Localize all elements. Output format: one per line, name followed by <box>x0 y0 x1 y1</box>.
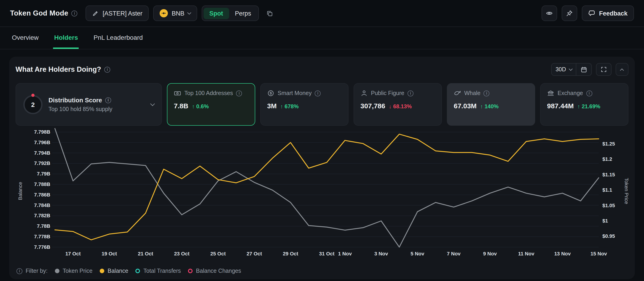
spot-tab[interactable]: Spot <box>203 7 229 19</box>
card-public-figure[interactable]: Public Figure 307,786 ↓ 68.13% <box>354 83 442 126</box>
perps-tab[interactable]: Perps <box>229 7 257 19</box>
card-title: Exchange <box>558 90 583 96</box>
filter-option-label: Total Transfers <box>144 268 181 274</box>
chain-selector-button[interactable]: BNB <box>154 5 197 21</box>
card-change: ↑ 0.6% <box>192 103 208 110</box>
page-content: What Are Holders Doing? 30D <box>0 49 644 279</box>
distribution-score-gauge: 2 <box>23 95 42 114</box>
legend-dot <box>136 269 140 273</box>
filter-option-token-price[interactable]: Token Price <box>55 268 92 274</box>
svg-text:Token Price: Token Price <box>624 178 628 204</box>
card-whale[interactable]: Whale 67.03M ↑ 140% <box>447 83 535 126</box>
feedback-button[interactable]: Feedback <box>582 5 634 21</box>
holders-chart[interactable]: 7.798B7.796B7.794B7.792B7.79B7.788B7.786… <box>16 127 628 262</box>
info-icon[interactable] <box>105 97 111 103</box>
app-title-info-icon[interactable] <box>72 10 78 16</box>
info-icon[interactable] <box>236 90 242 96</box>
copy-address-button[interactable] <box>264 5 276 21</box>
info-icon[interactable] <box>408 90 414 96</box>
card-change: ↑ 140% <box>480 103 498 110</box>
card-value: 307,786 <box>360 102 385 110</box>
svg-text:7.792B: 7.792B <box>34 160 50 166</box>
svg-text:29 Oct: 29 Oct <box>283 251 298 257</box>
chevron-up-icon <box>620 69 624 73</box>
timeframe-dropdown[interactable]: 30D <box>551 63 576 76</box>
card-change: ↑ 21.69% <box>578 103 600 110</box>
svg-text:7.778B: 7.778B <box>34 234 50 240</box>
filter-info-icon[interactable] <box>16 268 22 274</box>
top-bar: Token God Mode [ASTER] Aster BNB Spot Pe… <box>0 0 644 27</box>
svg-text:5 Nov: 5 Nov <box>410 251 424 257</box>
card-exchange[interactable]: Exchange 987.44M ↑ 21.69% <box>540 83 628 126</box>
card-title: Public Figure <box>371 90 404 96</box>
banknote-icon <box>174 90 181 97</box>
eye-icon <box>546 9 553 17</box>
svg-text:7.786B: 7.786B <box>34 192 50 198</box>
svg-text:27 Oct: 27 Oct <box>246 251 262 257</box>
distribution-score-card[interactable]: 2 Distribution Score Top 100 hold 85% su… <box>16 83 162 126</box>
filter-options: Token PriceBalanceTotal TransfersBalance… <box>55 268 241 274</box>
tab-pnl-leaderboard[interactable]: PnL Leaderboard <box>92 27 144 49</box>
calendar-button[interactable] <box>576 63 592 76</box>
card-change: ↑ 678% <box>280 103 299 110</box>
svg-text:7.788B: 7.788B <box>34 181 50 187</box>
card-title: Smart Money <box>278 90 312 96</box>
svg-text:$1.25: $1.25 <box>602 141 615 147</box>
chevron-down-icon <box>569 67 572 71</box>
fullscreen-button[interactable] <box>596 63 612 76</box>
svg-text:11 Nov: 11 Nov <box>518 251 534 257</box>
bank-icon <box>547 90 554 97</box>
tab-overview[interactable]: Overview <box>11 27 40 49</box>
info-icon[interactable] <box>586 90 592 96</box>
watch-button[interactable] <box>541 5 557 21</box>
card-change: ↓ 68.13% <box>389 103 412 110</box>
svg-text:3 Nov: 3 Nov <box>374 251 388 257</box>
top-bar-right: Feedback <box>541 5 634 21</box>
svg-text:7.79B: 7.79B <box>37 171 50 177</box>
filter-option-total-transfers[interactable]: Total Transfers <box>136 268 181 274</box>
coin-icon <box>267 90 274 97</box>
chain-selector-label: BNB <box>172 10 184 17</box>
card-title: Distribution Score <box>48 97 102 103</box>
svg-text:13 Nov: 13 Nov <box>554 251 571 257</box>
svg-text:7.782B: 7.782B <box>34 213 50 218</box>
legend-dot <box>55 269 60 273</box>
legend-dot <box>188 269 193 273</box>
collapse-button[interactable] <box>616 63 628 76</box>
svg-text:Balance: Balance <box>18 182 23 200</box>
svg-text:9 Nov: 9 Nov <box>483 251 497 257</box>
svg-text:7.794B: 7.794B <box>34 150 50 156</box>
filter-option-balance[interactable]: Balance <box>100 268 128 274</box>
filter-option-balance-changes[interactable]: Balance Changes <box>188 268 241 274</box>
distribution-score-value: 2 <box>31 101 35 108</box>
svg-text:$0.95: $0.95 <box>602 233 615 239</box>
fullscreen-icon <box>600 66 607 73</box>
token-selector-button[interactable]: [ASTER] Aster <box>86 5 149 21</box>
pin-button[interactable] <box>562 5 577 21</box>
svg-text:1 Nov: 1 Nov <box>338 251 352 257</box>
person-icon <box>360 90 368 97</box>
holders-chart-svg[interactable]: 7.798B7.796B7.794B7.792B7.79B7.788B7.786… <box>16 127 628 262</box>
top-bar-controls: [ASTER] Aster BNB Spot Perps <box>86 5 276 21</box>
whale-icon <box>454 90 461 97</box>
svg-text:7 Nov: 7 Nov <box>447 251 461 257</box>
page-tabs: Overview Holders PnL Leaderboard <box>0 27 644 49</box>
info-icon[interactable] <box>484 90 490 96</box>
chevron-down-icon[interactable] <box>150 101 155 106</box>
svg-text:7.78B: 7.78B <box>37 223 50 229</box>
svg-text:7.784B: 7.784B <box>34 202 50 208</box>
legend-dot <box>100 269 104 273</box>
tab-holders[interactable]: Holders <box>53 27 79 49</box>
filter-label-wrap: Filter by: <box>16 268 48 274</box>
card-smart-money[interactable]: Smart Money 3M ↑ 678% <box>260 83 348 126</box>
svg-text:15 Nov: 15 Nov <box>590 251 607 257</box>
filter-option-label: Balance Changes <box>196 268 241 274</box>
panel-controls: 30D <box>551 63 628 76</box>
info-icon[interactable] <box>315 90 321 96</box>
card-value: 3M <box>267 102 277 110</box>
panel-title-info-icon[interactable] <box>104 66 110 72</box>
app-title: Token God Mode <box>10 9 68 17</box>
card-top-100-addresses[interactable]: Top 100 Addresses 7.8B ↑ 0.6% <box>167 83 255 126</box>
svg-text:$1.15: $1.15 <box>602 172 615 178</box>
filter-option-label: Balance <box>108 268 128 274</box>
